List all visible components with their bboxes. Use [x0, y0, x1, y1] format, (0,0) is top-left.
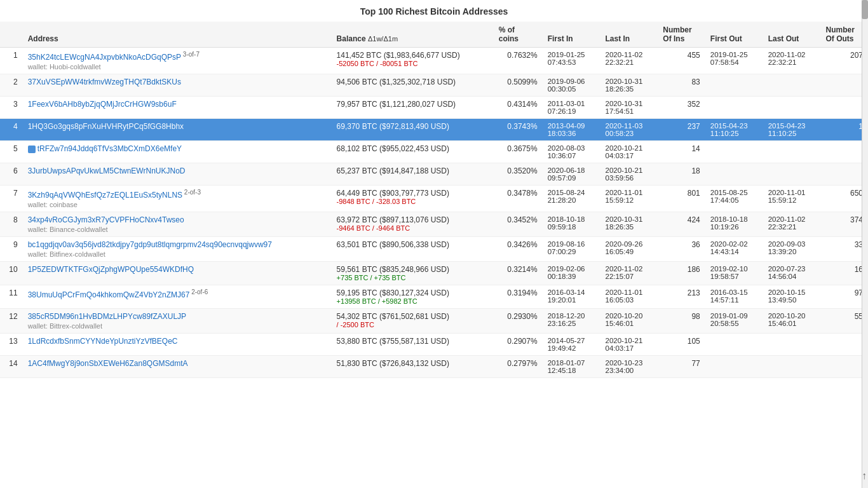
balance-cell: 54,302 BTC ($761,502,681 USD)/ -2500 BTC	[332, 309, 494, 334]
rank-cell: 6	[0, 163, 23, 186]
num-ins-cell: 801	[658, 186, 705, 212]
address-link[interactable]: 35hK24tcLEWcgNA4JxpvbkNkoAcDGqQPsP 3-of-…	[28, 53, 200, 62]
num-outs-cell	[820, 97, 868, 119]
col-first-in: First In	[543, 22, 600, 48]
last-out-cell	[763, 334, 821, 356]
last-in-cell: 2020-10-31 17:54:51	[600, 97, 658, 119]
address-cell: 1LdRcdxfbSnmCYYNdeYpUnztiYzVfBEQeC	[23, 334, 332, 356]
last-in-cell: 2020-11-02 22:15:07	[600, 262, 658, 285]
percent-cell: 0.3194%	[494, 285, 543, 309]
last-in-cell: 2020-10-31 18:26:35	[600, 212, 658, 237]
balance-value: 65,237 BTC ($914,847,188 USD)	[337, 166, 489, 175]
num-ins-cell: 186	[658, 262, 705, 285]
address-link[interactable]: 38UmuUqPCrFmQo4khkomQwZ4VbY2nZMJ67 2-of-…	[28, 290, 208, 299]
address-link[interactable]: 1FeexV6bAHb8ybZjqQMjJrcCrHGW9sb6uF	[28, 100, 177, 109]
num-outs-cell: 97	[820, 285, 868, 309]
num-outs-cell	[820, 141, 868, 163]
table-row: 5tRFZw7n94Jddq6TfVs3MbCXmDX6eMfeY68,102 …	[0, 141, 868, 163]
balance-cell: 63,972 BTC ($897,113,076 USD)-9464 BTC /…	[332, 212, 494, 237]
num-outs-cell: 374	[820, 212, 868, 237]
percent-cell: 0.3520%	[494, 163, 543, 186]
last-in-cell: 2020-10-31 18:26:35	[600, 74, 658, 97]
scrollbar[interactable]: ↑	[862, 0, 868, 378]
balance-change: -9464 BTC / -9464 BTC	[337, 224, 489, 232]
num-ins-cell: 83	[658, 74, 705, 97]
address-suffix: 2-of-6	[189, 288, 208, 295]
col-first-out: First Out	[705, 22, 763, 48]
table-row: 141AC4fMwgY8j9onSbXEWeH6Zan8QGMSdmtA51,8…	[0, 356, 868, 378]
num-outs-cell: 16	[820, 262, 868, 285]
num-outs-cell: 650	[820, 186, 868, 212]
address-cell: tRFZw7n94Jddq6TfVs3MbCXmDX6eMfeY	[23, 141, 332, 163]
last-in-cell: 2020-10-20 15:46:01	[600, 309, 658, 334]
balance-value: 94,506 BTC ($1,325,302,718 USD)	[337, 78, 489, 86]
address-link[interactable]: 1P5ZEDWTKTFGxQjZphgWPQUpe554WKDfHQ	[28, 265, 194, 274]
col-num-outs: NumberOf Outs	[820, 22, 868, 48]
address-cell: 385cR5DM96n1HvBDMzLHPYcw89fZAXULJPwallet…	[23, 309, 332, 334]
table-row: 237XuVSEpWW4trkfmvWzegTHQt7BdktSKUs94,50…	[0, 74, 868, 97]
balance-cell: 51,830 BTC ($726,843,132 USD)	[332, 356, 494, 378]
first-out-cell	[705, 97, 763, 119]
first-out-cell: 2019-02-10 19:58:57	[705, 262, 763, 285]
last-out-cell: 2020-09-03 13:39:20	[763, 237, 821, 262]
percent-cell: 0.7632%	[494, 48, 543, 74]
address-suffix: 2-of-3	[182, 189, 201, 196]
wallet-label: wallet: Bittrex-coldwallet	[28, 322, 327, 330]
last-in-cell: 2020-11-01 16:05:03	[600, 285, 658, 309]
address-link[interactable]: bc1qgdjqv0av3q56jvd82tkdjpy7gdp9ut8tlqmg…	[28, 240, 272, 249]
first-out-cell: 2020-02-02 14:43:14	[705, 237, 763, 262]
rank-cell: 1	[0, 48, 23, 74]
table-row: 73Kzh9qAqVWQhEsfQz7zEQL1EuSx5tyNLNS 2-of…	[0, 186, 868, 212]
num-ins-cell: 14	[658, 141, 705, 163]
num-ins-cell: 424	[658, 212, 705, 237]
address-cell: 1P5ZEDWTKTFGxQjZphgWPQUpe554WKDfHQ	[23, 262, 332, 285]
col-address: Address	[23, 22, 332, 48]
address-cell: 38UmuUqPCrFmQo4khkomQwZ4VbY2nZMJ67 2-of-…	[23, 285, 332, 309]
num-outs-cell: 1	[820, 119, 868, 141]
table-row: 9bc1qgdjqv0av3q56jvd82tkdjpy7gdp9ut8tlqm…	[0, 237, 868, 262]
balance-value: 141,452 BTC ($1,983,646,677 USD)	[337, 51, 489, 60]
address-link[interactable]: 37XuVSEpWW4trkfmvWzegTHQt7BdktSKUs	[28, 78, 181, 86]
wallet-label: wallet: Huobi-coldwallet	[28, 63, 327, 71]
rank-cell: 11	[0, 285, 23, 309]
last-out-cell	[763, 163, 821, 186]
address-link[interactable]: 385cR5DM96n1HvBDMzLHPYcw89fZAXULJP	[28, 312, 186, 321]
first-in-cell: 2016-03-14 19:20:01	[543, 285, 600, 309]
balance-value: 53,880 BTC ($755,587,131 USD)	[337, 337, 489, 346]
last-out-cell: 2015-04-23 11:10:25	[763, 119, 821, 141]
address-cell: 35hK24tcLEWcgNA4JxpvbkNkoAcDGqQPsP 3-of-…	[23, 48, 332, 74]
table-row: 131LdRcdxfbSnmCYYNdeYpUnztiYzVfBEQeC53,8…	[0, 334, 868, 356]
col-balance: Balance Δ1w/Δ1m	[332, 22, 494, 48]
last-out-cell: 2020-10-15 13:49:50	[763, 285, 821, 309]
num-outs-cell: 207	[820, 48, 868, 74]
address-cell: 1AC4fMwgY8j9onSbXEWeH6Zan8QGMSdmtA	[23, 356, 332, 378]
last-out-cell	[763, 141, 821, 163]
last-in-cell: 2020-10-21 03:59:56	[600, 163, 658, 186]
balance-value: 69,370 BTC ($972,813,490 USD)	[337, 122, 489, 131]
percent-cell: 0.2797%	[494, 356, 543, 378]
table-row: 834xp4vRoCGJym3xR7yCVPFHoCNxv4Twseowalle…	[0, 212, 868, 237]
address-link[interactable]: 3Kzh9qAqVWQhEsfQz7zEQL1EuSx5tyNLNS 2-of-…	[28, 191, 201, 200]
first-out-cell: 2015-08-25 17:44:05	[705, 186, 763, 212]
first-in-cell: 2019-08-16 07:00:29	[543, 237, 600, 262]
num-ins-cell: 105	[658, 334, 705, 356]
address-link[interactable]: tRFZw7n94Jddq6TfVs3MbCXmDX6eMfeY	[28, 144, 182, 153]
balance-value: 68,102 BTC ($955,022,453 USD)	[337, 144, 489, 153]
last-out-cell: 2020-11-02 22:32:21	[763, 212, 821, 237]
address-link[interactable]: 1LdRcdxfbSnmCYYNdeYpUnztiYzVfBEQeC	[28, 337, 178, 346]
first-in-cell: 2014-05-27 19:49:42	[543, 334, 600, 356]
address-link[interactable]: 34xp4vRoCGJym3xR7yCVPFHoCNxv4Twseo	[28, 215, 184, 224]
first-out-cell: 2019-01-25 07:58:54	[705, 48, 763, 74]
scrollbar-thumb[interactable]	[862, 0, 868, 19]
table-row: 135hK24tcLEWcgNA4JxpvbkNkoAcDGqQPsP 3-of…	[0, 48, 868, 74]
first-in-cell: 2011-03-01 07:26:19	[543, 97, 600, 119]
address-link[interactable]: 3JurbUwpsAPqvUkwLM5CtwnEWrNnUKJNoD	[28, 166, 186, 175]
address-link[interactable]: 1AC4fMwgY8j9onSbXEWeH6Zan8QGMSdmtA	[28, 359, 188, 368]
address-cell: 1HQ3Go3gqs8pFnXuHVHRytPCq5fGG8Hbhx	[23, 119, 332, 141]
percent-cell: 0.5099%	[494, 74, 543, 97]
first-out-cell	[705, 74, 763, 97]
first-in-cell: 2018-12-20 23:16:25	[543, 309, 600, 334]
first-out-cell: 2015-04-23 11:10:25	[705, 119, 763, 141]
address-link[interactable]: 1HQ3Go3gqs8pFnXuHVHRytPCq5fGG8Hbhx	[28, 122, 184, 131]
col-rank	[0, 22, 23, 48]
